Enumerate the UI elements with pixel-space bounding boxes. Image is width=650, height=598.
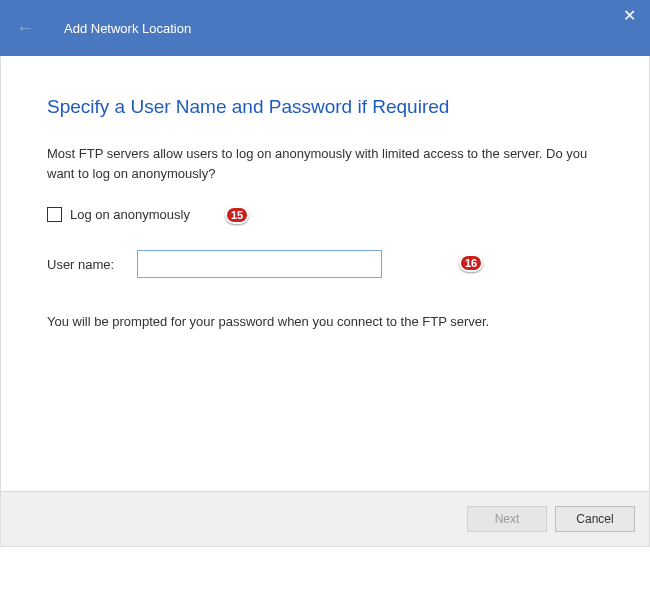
cancel-button[interactable]: Cancel (555, 506, 635, 532)
back-arrow-icon: ← (16, 18, 34, 39)
wizard-footer: Next Cancel (0, 491, 650, 547)
annotation-16: 16 (459, 254, 483, 272)
anonymous-checkbox-row: Log on anonymously 15 (47, 207, 609, 222)
password-footnote: You will be prompted for your password w… (47, 314, 609, 329)
wizard-title: Add Network Location (64, 21, 191, 36)
intro-text: Most FTP servers allow users to log on a… (47, 144, 609, 183)
page-heading: Specify a User Name and Password if Requ… (47, 96, 609, 118)
anonymous-checkbox-label: Log on anonymously (70, 207, 190, 222)
username-input[interactable] (137, 250, 382, 278)
shadow-decoration (0, 548, 650, 598)
username-row: User name: 16 (47, 250, 609, 278)
anonymous-checkbox[interactable] (47, 207, 62, 222)
annotation-15: 15 (225, 206, 249, 224)
username-label: User name: (47, 257, 137, 272)
titlebar: ← Add Network Location ✕ (0, 0, 650, 56)
wizard-content: Specify a User Name and Password if Requ… (0, 56, 650, 491)
close-icon[interactable]: ✕ (623, 8, 636, 24)
next-button[interactable]: Next (467, 506, 547, 532)
